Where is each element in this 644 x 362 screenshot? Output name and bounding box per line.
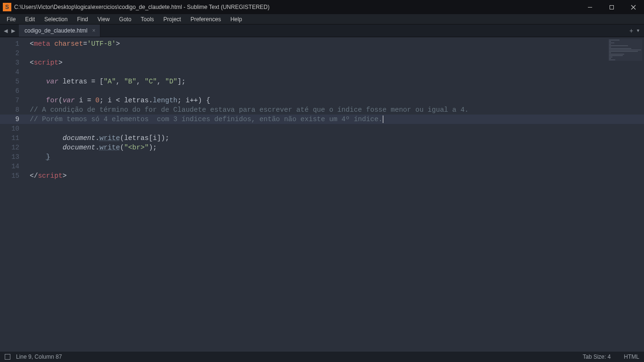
tab-nav-next-icon[interactable]: ▶ <box>9 28 17 34</box>
status-syntax[interactable]: HTML <box>624 354 639 360</box>
status-tabsize[interactable]: Tab Size: 4 <box>583 354 611 360</box>
menu-preferences[interactable]: Preferences <box>186 15 226 24</box>
window-buttons <box>579 0 644 14</box>
code-line[interactable]: var letras = ["A", "B", "C", "D"]; <box>26 77 644 86</box>
tab-nav-prev-icon[interactable]: ◀ <box>2 28 9 34</box>
line-number[interactable]: 9 <box>0 115 26 124</box>
close-button[interactable] <box>622 0 644 14</box>
menubar: File Edit Selection Find View Goto Tools… <box>0 14 644 25</box>
code-area[interactable]: <meta charset='UTF-8'> <script> var letr… <box>26 37 644 352</box>
code-line[interactable]: <meta charset='UTF-8'> <box>26 39 644 49</box>
tab-add-icon[interactable]: + <box>629 27 633 34</box>
code-line[interactable] <box>26 67 644 77</box>
text-cursor <box>383 115 383 123</box>
window-title: C:\Users\Victor\Desktop\logica\exercicio… <box>14 4 579 10</box>
line-number[interactable]: 5 <box>0 77 26 86</box>
line-number[interactable]: 8 <box>0 105 26 115</box>
line-number[interactable]: 4 <box>0 67 26 77</box>
line-number[interactable]: 6 <box>0 86 26 96</box>
gutter: 1 2 3 4 5 6 7 8 9 10 11 12 13 14 15 <box>0 37 26 352</box>
line-number[interactable]: 14 <box>0 162 26 171</box>
code-line[interactable]: </script> <box>26 171 644 181</box>
tab-close-icon[interactable]: × <box>92 27 95 34</box>
line-number[interactable]: 13 <box>0 152 26 162</box>
tab-spacer <box>100 25 625 37</box>
code-line[interactable] <box>26 124 644 133</box>
line-number[interactable]: 10 <box>0 124 26 133</box>
statusbar: Line 9, Column 87 Tab Size: 4 HTML <box>0 352 644 362</box>
tab-dropdown-icon[interactable]: ▼ <box>636 28 640 33</box>
code-line[interactable]: document.write(letras[i]); <box>26 133 644 143</box>
minimap[interactable] <box>608 39 642 61</box>
line-number[interactable]: 3 <box>0 58 26 67</box>
menu-edit[interactable]: Edit <box>20 15 40 24</box>
menu-view[interactable]: View <box>93 15 115 24</box>
panel-switch-icon[interactable] <box>5 354 10 360</box>
menu-tools[interactable]: Tools <box>136 15 159 24</box>
code-line[interactable]: // A condição de término do for de Claud… <box>26 105 644 115</box>
maximize-button[interactable] <box>601 0 622 14</box>
code-line[interactable]: for(var i = 0; i < letras.length; i++) { <box>26 96 644 105</box>
line-number[interactable]: 7 <box>0 96 26 105</box>
line-number[interactable]: 12 <box>0 143 26 152</box>
svg-rect-1 <box>610 5 613 9</box>
line-number[interactable]: 11 <box>0 133 26 143</box>
code-line[interactable] <box>26 162 644 171</box>
code-line[interactable]: <script> <box>26 58 644 67</box>
line-number[interactable]: 1 <box>0 39 26 49</box>
minimize-button[interactable] <box>579 0 601 14</box>
tab-label: codigo_de_claudete.html <box>25 27 87 34</box>
tab-right-controls: + ▼ <box>626 25 644 37</box>
menu-help[interactable]: Help <box>226 15 247 24</box>
menu-goto[interactable]: Goto <box>115 15 136 24</box>
status-position[interactable]: Line 9, Column 87 <box>16 354 62 360</box>
tabbar: ◀ ▶ codigo_de_claudete.html × + ▼ <box>0 25 644 37</box>
editor: 1 2 3 4 5 6 7 8 9 10 11 12 13 14 15 <met… <box>0 37 644 352</box>
line-number[interactable]: 15 <box>0 171 26 181</box>
tab-nav: ◀ ▶ <box>0 25 19 37</box>
menu-project[interactable]: Project <box>159 15 186 24</box>
tab-active[interactable]: codigo_de_claudete.html × <box>19 25 100 37</box>
code-line[interactable]: document.write("<br>"); <box>26 143 644 152</box>
line-number[interactable]: 2 <box>0 49 26 58</box>
code-line[interactable] <box>26 86 644 96</box>
app-icon: S <box>3 3 11 11</box>
code-line[interactable] <box>26 49 644 58</box>
menu-file[interactable]: File <box>2 15 20 24</box>
menu-selection[interactable]: Selection <box>40 15 72 24</box>
code-line[interactable]: // Porém temos só 4 elementos com 3 índi… <box>26 115 644 124</box>
titlebar: S C:\Users\Victor\Desktop\logica\exercic… <box>0 0 644 14</box>
menu-find[interactable]: Find <box>72 15 92 24</box>
code-line[interactable]: } <box>26 152 644 162</box>
